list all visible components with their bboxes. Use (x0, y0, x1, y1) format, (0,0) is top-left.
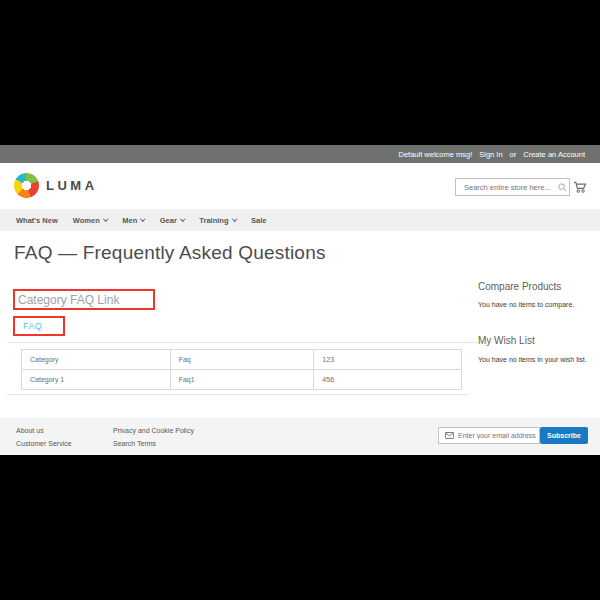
chevron-down-icon (180, 217, 185, 222)
footer-link-customer-service[interactable]: Customer Service (16, 440, 72, 447)
chevron-down-icon (141, 217, 146, 222)
wishlist-empty-text: You have no items in your wish list. (478, 356, 587, 363)
faq-table-cell: Faq1 (170, 370, 314, 390)
nav-item-men[interactable]: Men (122, 216, 145, 225)
footer-link-about-us[interactable]: About us (16, 427, 44, 434)
nav-item-training[interactable]: Training (199, 216, 236, 225)
faq-link[interactable]: FAQ (15, 321, 42, 331)
nav-item-gear[interactable]: Gear (160, 216, 185, 225)
chevron-down-icon (103, 217, 108, 222)
wishlist-title: My Wish List (478, 335, 535, 346)
faq-table-cell: 123 (314, 350, 462, 370)
table-row: Category Faq 123 (22, 350, 462, 370)
content-divider-top (7, 342, 477, 343)
luma-logo-text: LUMA (46, 178, 98, 193)
nav-item-whats-new[interactable]: What's New (16, 216, 58, 225)
page-header: LUMA (0, 163, 600, 209)
subscribe-button[interactable]: Subscribe (540, 427, 588, 444)
compare-products-empty-text: You have no items to compare. (478, 301, 574, 308)
newsletter-field (438, 427, 540, 444)
browser-viewport: Default welcome msg! Sign In or Create a… (0, 145, 600, 455)
luma-logo-icon (14, 173, 39, 198)
welcome-message: Default welcome msg! (398, 150, 472, 159)
content-divider-bottom (7, 394, 468, 395)
search-icon[interactable] (555, 183, 569, 192)
luma-logo[interactable]: LUMA (14, 173, 98, 198)
footer-link-privacy-policy[interactable]: Privacy and Cookie Policy (113, 427, 194, 434)
screenshot-canvas: Default welcome msg! Sign In or Create a… (0, 0, 600, 600)
faq-table-cell: 456 (314, 370, 462, 390)
category-faq-link-highlight: Category FAQ Link (13, 289, 155, 310)
create-account-link[interactable]: Create an Account (523, 150, 585, 159)
faq-link-highlight: FAQ (13, 316, 65, 336)
nav-item-sale[interactable]: Sale (251, 216, 266, 225)
table-row: Category 1 Faq1 456 (22, 370, 462, 390)
faq-table-cell: Category 1 (22, 370, 171, 390)
main-navigation: What's New Women Men Gear Training Sale (0, 209, 600, 231)
search-box (455, 178, 570, 196)
newsletter-email-input[interactable] (458, 432, 538, 439)
nav-item-women[interactable]: Women (73, 216, 107, 225)
faq-table: Category Faq 123 Category 1 Faq1 456 (21, 349, 462, 390)
page-title: FAQ — Frequently Asked Questions (14, 242, 326, 264)
welcome-bar: Default welcome msg! Sign In or Create a… (0, 145, 600, 163)
category-faq-link-heading: Category FAQ Link (15, 293, 119, 307)
or-text: or (510, 150, 517, 159)
sign-in-link[interactable]: Sign In (479, 150, 502, 159)
search-input[interactable] (456, 183, 555, 192)
faq-table-cell: Category (22, 350, 171, 370)
page-footer: About us Customer Service Privacy and Co… (0, 418, 600, 455)
envelope-icon (445, 432, 454, 439)
faq-table-cell: Faq (170, 350, 314, 370)
chevron-down-icon (232, 217, 237, 222)
footer-link-search-terms[interactable]: Search Terms (113, 440, 156, 447)
cart-icon[interactable] (572, 179, 588, 195)
compare-products-title: Compare Products (478, 281, 561, 292)
